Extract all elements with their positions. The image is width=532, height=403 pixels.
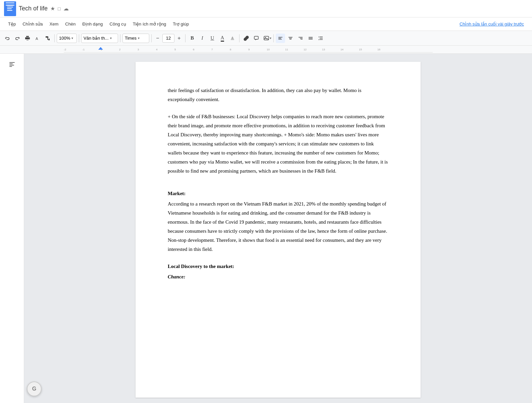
svg-rect-30 bbox=[9, 66, 12, 67]
folder-icon[interactable]: □ bbox=[58, 6, 60, 11]
menu-insert[interactable]: Chèn bbox=[62, 20, 78, 28]
paragraph-chance-heading: Chance: bbox=[168, 272, 388, 281]
zoom-chevron: ▾ bbox=[71, 36, 73, 40]
paragraph-1-text: their feelings of satisfaction or dissat… bbox=[168, 88, 361, 102]
paragraph-market-heading: Market: bbox=[168, 189, 388, 198]
menu-tools[interactable]: Công cụ bbox=[107, 20, 129, 28]
doc-title: Tech of life bbox=[19, 5, 48, 12]
svg-text:-2: -2 bbox=[64, 48, 66, 51]
ruler-content: -2 -1 1 2 3 4 5 6 7 8 9 10 11 12 13 14 1… bbox=[64, 46, 433, 53]
last-edit-link[interactable]: Chỉnh sửa lần cuối vài giây trước bbox=[457, 20, 527, 28]
undo-button[interactable] bbox=[3, 34, 12, 43]
style-select[interactable]: Văn bản th... ▾ bbox=[81, 34, 118, 43]
title-bar: Tech of life ★ □ ☁ bbox=[0, 0, 532, 17]
highlight-button[interactable] bbox=[228, 34, 237, 43]
toolbar-divider-4 bbox=[151, 34, 152, 42]
svg-rect-3 bbox=[231, 39, 234, 40]
doc-page[interactable]: their feelings of satisfaction or dissat… bbox=[136, 62, 421, 398]
comment-button[interactable] bbox=[252, 34, 261, 43]
align-right-button[interactable] bbox=[296, 34, 305, 43]
menu-view[interactable]: Xem bbox=[47, 20, 61, 28]
star-icon[interactable]: ★ bbox=[50, 5, 55, 12]
paragraph-market-body: According to a research report on the Vi… bbox=[168, 199, 388, 254]
font-size-increase-button[interactable]: + bbox=[175, 34, 183, 42]
bold-button[interactable]: B bbox=[188, 34, 197, 43]
local-discovery-heading-text: Local Discovery to the market: bbox=[168, 264, 234, 269]
svg-text:8: 8 bbox=[230, 48, 231, 51]
print-button[interactable] bbox=[23, 34, 32, 43]
svg-text:14: 14 bbox=[340, 48, 343, 51]
font-select[interactable]: Times ▾ bbox=[122, 34, 149, 43]
svg-text:11: 11 bbox=[285, 48, 288, 51]
paragraph-local-discovery-heading: Local Discovery to the market: bbox=[168, 262, 388, 271]
grammarly-label: G bbox=[32, 386, 36, 392]
main-layout: their feelings of satisfaction or dissat… bbox=[0, 54, 532, 403]
market-body-text: According to a research report on the Vi… bbox=[168, 201, 387, 252]
toolbar: A 100% ▾ Văn bản th... ▾ Times ▾ − 12 + … bbox=[0, 31, 532, 46]
paragraph-2: + On the side of F&B businesses: Local D… bbox=[168, 112, 388, 176]
font-value: Times bbox=[125, 36, 137, 41]
svg-text:16: 16 bbox=[377, 48, 380, 51]
svg-text:12: 12 bbox=[304, 48, 307, 51]
svg-text:10: 10 bbox=[267, 48, 270, 51]
svg-rect-2 bbox=[48, 39, 50, 40]
font-size-controls: − 12 + bbox=[154, 34, 183, 43]
svg-rect-29 bbox=[9, 65, 14, 65]
outline-icon[interactable] bbox=[7, 59, 17, 70]
paint-format-button[interactable] bbox=[43, 34, 52, 43]
svg-text:7: 7 bbox=[211, 48, 213, 51]
font-chevron: ▾ bbox=[138, 36, 140, 40]
svg-rect-28 bbox=[9, 63, 13, 64]
svg-text:15: 15 bbox=[359, 48, 362, 51]
font-size-value[interactable]: 12 bbox=[162, 34, 174, 43]
menu-help[interactable]: Trợ giúp bbox=[170, 20, 192, 28]
left-sidebar bbox=[0, 54, 24, 403]
image-dropdown-arrow[interactable]: ▾ bbox=[270, 36, 271, 40]
cloud-icon[interactable]: ☁ bbox=[63, 5, 69, 12]
redo-button[interactable] bbox=[13, 34, 22, 43]
svg-rect-27 bbox=[9, 62, 15, 63]
menu-extensions[interactable]: Tiện ích mở rộng bbox=[130, 20, 169, 28]
svg-text:13: 13 bbox=[322, 48, 325, 51]
svg-text:A: A bbox=[36, 37, 38, 41]
align-center-button[interactable] bbox=[286, 34, 295, 43]
svg-text:5: 5 bbox=[174, 48, 176, 51]
text-color-button[interactable]: A bbox=[218, 34, 227, 43]
svg-rect-4 bbox=[254, 36, 258, 39]
toolbar-divider-6 bbox=[239, 34, 240, 42]
align-left-button[interactable] bbox=[276, 34, 285, 43]
underline-button[interactable]: U bbox=[208, 34, 217, 43]
spellcheck-button[interactable]: A bbox=[33, 34, 42, 43]
svg-text:4: 4 bbox=[156, 48, 158, 51]
chance-heading-text: Chance: bbox=[168, 274, 185, 279]
grammarly-button[interactable]: G bbox=[27, 382, 42, 396]
svg-text:6: 6 bbox=[193, 48, 195, 51]
menu-bar: Tệp Chỉnh sửa Xem Chèn Định dạng Công cụ… bbox=[0, 17, 532, 31]
font-size-decrease-button[interactable]: − bbox=[154, 34, 162, 42]
toolbar-divider-3 bbox=[120, 34, 120, 42]
doc-icon bbox=[4, 1, 16, 16]
menu-file[interactable]: Tệp bbox=[5, 20, 18, 28]
toolbar-divider-5 bbox=[185, 34, 185, 42]
svg-marker-26 bbox=[98, 47, 103, 50]
justify-button[interactable] bbox=[306, 34, 315, 43]
link-button[interactable] bbox=[242, 34, 251, 43]
svg-text:3: 3 bbox=[138, 48, 139, 51]
zoom-select[interactable]: 100% ▾ bbox=[57, 34, 77, 43]
italic-button[interactable]: I bbox=[198, 34, 207, 43]
empty-line bbox=[168, 184, 388, 189]
zoom-value: 100% bbox=[59, 36, 70, 41]
menu-format[interactable]: Định dạng bbox=[79, 20, 105, 28]
menu-edit[interactable]: Chỉnh sửa bbox=[20, 20, 45, 28]
line-spacing-button[interactable] bbox=[316, 34, 325, 43]
market-heading-text: Market: bbox=[168, 191, 185, 196]
toolbar-divider-7 bbox=[273, 34, 274, 42]
svg-text:9: 9 bbox=[248, 48, 250, 51]
svg-text:2: 2 bbox=[119, 48, 121, 51]
svg-text:-1: -1 bbox=[82, 48, 85, 51]
toolbar-divider-1 bbox=[54, 34, 55, 42]
style-value: Văn bản th... bbox=[84, 36, 109, 41]
toolbar-divider-2 bbox=[79, 34, 79, 42]
ruler: -2 -1 1 2 3 4 5 6 7 8 9 10 11 12 13 14 1… bbox=[0, 46, 532, 54]
style-chevron: ▾ bbox=[110, 36, 112, 40]
